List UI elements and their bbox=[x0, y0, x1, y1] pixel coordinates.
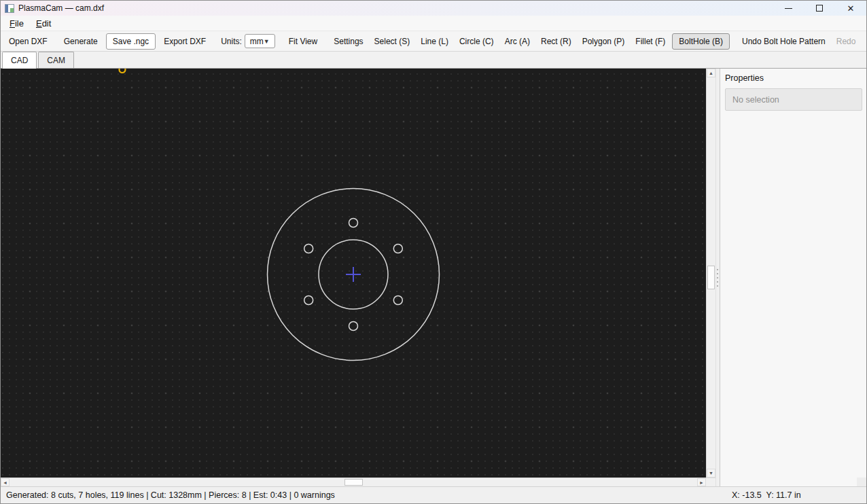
no-selection-text: No selection bbox=[732, 95, 779, 105]
main-area: ▲ ▼ ◄ ► Properties No selection bbox=[1, 69, 866, 486]
close-icon: ✕ bbox=[847, 4, 855, 13]
scroll-up-arrow[interactable]: ▲ bbox=[707, 69, 715, 77]
menu-file[interactable]: File bbox=[3, 16, 30, 31]
drawing-svg bbox=[1, 69, 706, 478]
units-value: mm bbox=[250, 37, 264, 46]
minimize-icon bbox=[785, 8, 792, 9]
toolbar: Open DXF Generate Save .ngc Export DXF U… bbox=[1, 31, 866, 52]
generate-button[interactable]: Generate bbox=[58, 33, 103, 50]
tab-cad[interactable]: CAD bbox=[2, 52, 37, 69]
circle-tool-button[interactable]: Circle (C) bbox=[454, 33, 499, 50]
tab-cam[interactable]: CAM bbox=[38, 52, 74, 68]
canvas-column: ▲ ▼ ◄ ► bbox=[1, 69, 715, 486]
scroll-left-arrow[interactable]: ◄ bbox=[1, 478, 10, 486]
polygon-tool-button[interactable]: Polygon (P) bbox=[577, 33, 631, 50]
vertical-scrollbar-thumb[interactable] bbox=[707, 266, 715, 289]
menu-bar: File Edit bbox=[1, 16, 866, 31]
status-bar: Generated: 8 cuts, 7 holes, 119 lines | … bbox=[1, 486, 866, 503]
status-generated-text: Generated: 8 cuts, 7 holes, 119 lines | … bbox=[1, 490, 335, 500]
rect-tool-button[interactable]: Rect (R) bbox=[535, 33, 577, 50]
chevron-down-icon: ▼ bbox=[264, 38, 270, 45]
undo-bolt-hole-pattern-button[interactable]: Undo Bolt Hole Pattern bbox=[737, 33, 831, 50]
horizontal-scrollbar[interactable]: ◄ ► bbox=[1, 478, 715, 486]
maximize-icon bbox=[816, 5, 823, 12]
select-tool-button[interactable]: Select (S) bbox=[369, 33, 416, 50]
app-window: PlasmaCam — cam.dxf ✕ File Edit Open DXF… bbox=[0, 0, 867, 504]
status-cursor-coordinates: X: -13.5 Y: 11.7 in bbox=[732, 490, 801, 500]
bolthole-tool-button[interactable]: BoltHole (B) bbox=[672, 33, 730, 50]
line-tool-button[interactable]: Line (L) bbox=[415, 33, 454, 50]
horizontal-scrollbar-thumb[interactable] bbox=[344, 479, 363, 486]
settings-button[interactable]: Settings bbox=[328, 33, 368, 50]
units-label: Units: bbox=[217, 37, 245, 46]
vertical-scrollbar[interactable]: ▲ ▼ bbox=[706, 69, 715, 478]
close-button[interactable]: ✕ bbox=[835, 1, 866, 16]
tab-cam-label: CAM bbox=[47, 56, 65, 65]
save-ngc-button[interactable]: Save .ngc bbox=[106, 33, 156, 50]
panel-splitter[interactable] bbox=[715, 69, 720, 486]
tab-strip: CAD CAM bbox=[1, 52, 866, 69]
units-select[interactable]: mm ▼ bbox=[245, 34, 275, 48]
tab-cad-label: CAD bbox=[11, 56, 28, 65]
maximize-button[interactable] bbox=[804, 1, 835, 16]
window-controls: ✕ bbox=[773, 1, 866, 16]
arc-tool-button[interactable]: Arc (A) bbox=[499, 33, 535, 50]
scroll-down-arrow[interactable]: ▼ bbox=[707, 469, 715, 478]
title-bar: PlasmaCam — cam.dxf ✕ bbox=[1, 1, 866, 16]
properties-title: Properties bbox=[725, 73, 862, 83]
export-dxf-button[interactable]: Export DXF bbox=[158, 33, 211, 50]
splitter-grip-icon bbox=[717, 269, 718, 287]
scrollbar-corner bbox=[857, 478, 866, 486]
open-dxf-button[interactable]: Open DXF bbox=[3, 33, 53, 50]
cad-canvas[interactable] bbox=[1, 69, 706, 478]
window-title: PlasmaCam — cam.dxf bbox=[18, 3, 104, 13]
minimize-button[interactable] bbox=[773, 1, 804, 16]
no-selection-box: No selection bbox=[725, 88, 862, 111]
scroll-right-arrow[interactable]: ► bbox=[697, 478, 706, 486]
menu-edit[interactable]: Edit bbox=[30, 16, 57, 31]
app-icon bbox=[5, 4, 14, 13]
properties-panel: Properties No selection bbox=[720, 69, 866, 486]
fit-view-button[interactable]: Fit View bbox=[283, 33, 323, 50]
redo-button[interactable]: Redo bbox=[831, 33, 862, 50]
fillet-tool-button[interactable]: Fillet (F) bbox=[630, 33, 671, 50]
